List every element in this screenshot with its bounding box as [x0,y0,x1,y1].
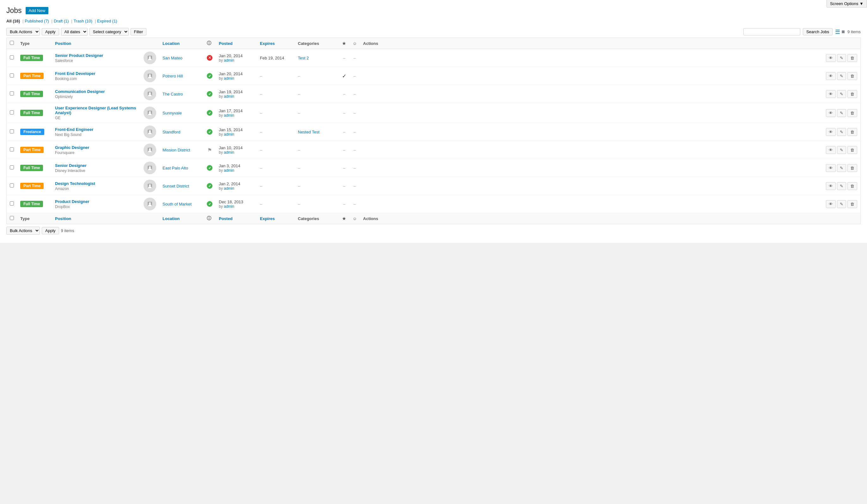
admin-link[interactable]: admin [224,58,234,63]
delete-button[interactable]: 🗑 [847,200,857,208]
tab-expired[interactable]: Expired (1) [97,19,117,23]
job-title-link[interactable]: Design Technologist [55,181,137,186]
select-all-checkbox-foot[interactable] [10,216,14,220]
job-title-link[interactable]: User Experience Designer (Lead Systems A… [55,106,137,115]
view-button[interactable]: 👁 [826,182,836,190]
edit-button[interactable]: ✎ [837,54,846,62]
job-location-link[interactable]: Sunset District [162,184,189,189]
col-posted-header[interactable]: Posted [216,38,257,49]
grid-view-button[interactable]: ■ [842,29,845,35]
row-checkbox[interactable] [10,129,14,133]
posted-sort-link[interactable]: Posted [219,41,232,46]
edit-button[interactable]: ✎ [837,72,846,80]
tab-trash[interactable]: Trash (10) [74,19,92,23]
col-expires-footer[interactable]: Expires [257,213,295,224]
row-checkbox[interactable] [10,55,14,60]
dates-select[interactable]: All dates [61,28,88,36]
admin-link[interactable]: admin [224,94,234,99]
delete-button[interactable]: 🗑 [847,90,857,98]
admin-link[interactable]: admin [224,168,234,173]
screen-options-button[interactable]: Screen Options ▼ [826,0,867,8]
apply-button-top[interactable]: Apply [42,28,59,35]
job-title-link[interactable]: Communication Designer [55,89,137,94]
row-checkbox[interactable] [10,92,14,96]
col-check-all-foot[interactable] [7,213,18,224]
col-check-all[interactable] [7,38,18,49]
admin-link[interactable]: admin [224,186,234,191]
delete-button[interactable]: 🗑 [847,109,857,117]
edit-button[interactable]: ✎ [837,90,846,98]
job-location-link[interactable]: East Palo Alto [162,166,188,170]
row-checkbox[interactable] [10,183,14,187]
job-location-link[interactable]: Mission District [162,148,190,152]
job-title-link[interactable]: Product Designer [55,199,137,204]
category-link[interactable]: Nested Test [298,130,319,135]
search-jobs-button[interactable]: Search Jobs [803,28,833,35]
select-all-checkbox[interactable] [10,41,14,45]
job-title-link[interactable]: Front End Developer [55,71,137,76]
location-sort-link[interactable]: Location [162,41,180,46]
job-location-link[interactable]: San Mateo [162,56,182,61]
view-button[interactable]: 👁 [826,72,836,80]
filter-button[interactable]: Filter [131,28,147,35]
job-location-link[interactable]: The Castro [162,92,183,96]
position-sort-link-foot[interactable]: Position [55,216,71,221]
col-position-header[interactable]: Position [52,38,140,49]
row-checkbox[interactable] [10,165,14,170]
view-button[interactable]: 👁 [826,200,836,208]
list-view-button[interactable]: ☰ [835,29,840,35]
col-expires-header[interactable]: Expires [257,38,295,49]
job-location-link[interactable]: South of Market [162,202,192,206]
col-location-header[interactable]: Location [159,38,204,49]
admin-link[interactable]: admin [224,150,234,154]
col-position-footer[interactable]: Position [52,213,140,224]
tab-published[interactable]: Published (7) [25,19,49,23]
delete-button[interactable]: 🗑 [847,146,857,154]
admin-link[interactable]: admin [224,204,234,209]
job-title-link[interactable]: Graphic Designer [55,145,137,150]
expires-sort-link[interactable]: Expires [260,41,275,46]
delete-button[interactable]: 🗑 [847,164,857,172]
apply-button-bottom[interactable]: Apply [42,227,59,234]
view-button[interactable]: 👁 [826,128,836,136]
edit-button[interactable]: ✎ [837,128,846,136]
job-location-link[interactable]: Standford [162,130,180,135]
bulk-actions-select-bottom[interactable]: Bulk Actions [6,227,40,235]
edit-button[interactable]: ✎ [837,182,846,190]
view-button[interactable]: 👁 [826,54,836,62]
add-new-button[interactable]: Add New [25,7,49,14]
delete-button[interactable]: 🗑 [847,128,857,136]
job-location-link[interactable]: Potrero Hill [162,74,183,78]
delete-button[interactable]: 🗑 [847,72,857,80]
bulk-actions-select[interactable]: Bulk Actions [6,28,40,36]
job-title-link[interactable]: Senior Designer [55,163,137,168]
job-title-link[interactable]: Senior Product Designer [55,53,137,58]
search-input[interactable] [743,28,800,35]
category-select[interactable]: Select category [89,28,129,36]
job-title-link[interactable]: Front-End Engineer [55,127,137,132]
category-link[interactable]: Test 2 [298,56,309,61]
row-checkbox[interactable] [10,201,14,205]
col-posted-footer[interactable]: Posted [216,213,257,224]
edit-button[interactable]: ✎ [837,109,846,117]
delete-button[interactable]: 🗑 [847,182,857,190]
tab-all[interactable]: All (16) [6,19,20,23]
view-button[interactable]: 👁 [826,164,836,172]
row-checkbox[interactable] [10,147,14,151]
posted-sort-link-foot[interactable]: Posted [219,216,232,221]
view-button[interactable]: 👁 [826,146,836,154]
edit-button[interactable]: ✎ [837,164,846,172]
view-button[interactable]: 👁 [826,90,836,98]
admin-link[interactable]: admin [224,113,234,118]
expires-sort-link-foot[interactable]: Expires [260,216,275,221]
job-location-link[interactable]: Sunnyvale [162,111,182,115]
admin-link[interactable]: admin [224,76,234,81]
location-sort-link-foot[interactable]: Location [162,216,180,221]
position-sort-link[interactable]: Position [55,41,71,46]
col-location-footer[interactable]: Location [159,213,204,224]
row-checkbox[interactable] [10,73,14,77]
delete-button[interactable]: 🗑 [847,54,857,62]
row-checkbox[interactable] [10,110,14,115]
view-button[interactable]: 👁 [826,109,836,117]
admin-link[interactable]: admin [224,132,234,137]
